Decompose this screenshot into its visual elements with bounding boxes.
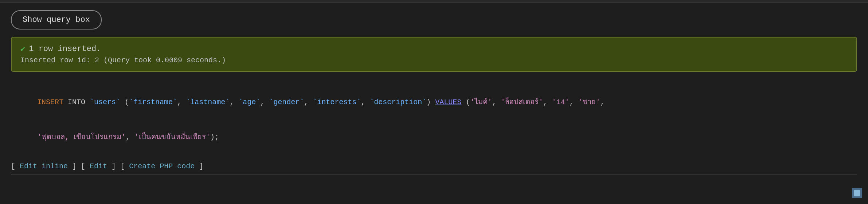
main-content: Show query box ✔ 1 row inserted. Inserte…: [0, 3, 868, 204]
bottom-right-icon: [852, 188, 862, 198]
paren-open: (: [120, 98, 129, 106]
val-sep3: ,: [569, 98, 578, 106]
col-interests: `interests`: [313, 98, 361, 106]
show-query-button[interactable]: Show query box: [11, 10, 102, 30]
bracket1-open: [: [11, 162, 20, 170]
sep4: ,: [304, 98, 313, 106]
bracket3-close: ]: [195, 162, 203, 170]
success-text: 1 row inserted.: [29, 44, 101, 54]
val-sep2: ,: [543, 98, 552, 106]
val-sep5: ,: [126, 133, 134, 141]
val-gender: 'ชาย': [578, 98, 600, 106]
sep3: ,: [260, 98, 269, 106]
create-php-link[interactable]: Create PHP code: [129, 162, 195, 170]
val-end: );: [210, 133, 219, 141]
table-name: `users`: [90, 98, 120, 106]
icon-inner: [854, 190, 860, 196]
val-sep1: ,: [492, 98, 501, 106]
sep1: ,: [177, 98, 186, 106]
success-line1: ✔ 1 row inserted.: [20, 44, 848, 54]
sep-bracket1: [: [81, 162, 90, 170]
edit-inline-link[interactable]: Edit inline: [20, 162, 68, 170]
val-interests: 'ฟุตบอล, เขียนโปรแกรม': [37, 133, 126, 141]
paren-close: ): [426, 98, 435, 106]
sep-bracket2: [: [120, 162, 129, 170]
col-age: `age`: [238, 98, 260, 106]
sep2: ,: [230, 98, 238, 106]
query-box: INSERT INTO `users` (`firstname`, `lastn…: [11, 79, 857, 174]
val-age: '14': [552, 98, 569, 106]
query-line1: INSERT INTO `users` (`firstname`, `lastn…: [11, 85, 857, 120]
keyword-values: VALUES: [435, 98, 461, 106]
sep5: ,: [361, 98, 370, 106]
top-bar: [0, 0, 868, 3]
col-lastname: `lastname`: [186, 98, 230, 106]
into-space: INTO: [63, 98, 90, 106]
bracket1-close: ]: [68, 162, 77, 170]
val-open: (: [461, 98, 470, 106]
val-firstname: 'ไมค์': [470, 98, 492, 106]
success-box: ✔ 1 row inserted. Inserted row id: 2 (Qu…: [11, 37, 857, 72]
edit-link[interactable]: Edit: [90, 162, 107, 170]
col-firstname: `firstname`: [129, 98, 177, 106]
val-lastname: 'ล็อปสเตอร์': [501, 98, 543, 106]
bracket2-close: ]: [107, 162, 116, 170]
col-gender: `gender`: [269, 98, 304, 106]
links-line: [ Edit inline ] [ Edit ] [ Create PHP co…: [11, 162, 857, 170]
val-sep4: ,: [600, 98, 605, 106]
val-description: 'เป็นคนขยันหมั่นเพียร': [134, 133, 210, 141]
query-line2: 'ฟุตบอล, เขียนโปรแกรม', 'เป็นคนขยันหมั่น…: [11, 120, 857, 155]
keyword-insert: INSERT: [37, 98, 63, 106]
checkmark-icon: ✔: [20, 44, 25, 54]
col-description: `description`: [370, 98, 426, 106]
success-detail: Inserted row id: 2 (Query took 0.0009 se…: [20, 56, 848, 64]
